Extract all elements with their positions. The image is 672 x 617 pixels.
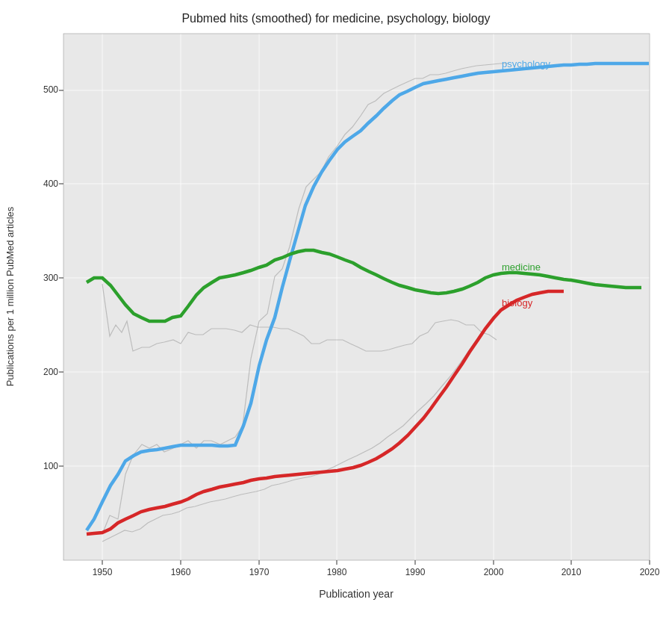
y-tick-200: 200	[43, 367, 58, 377]
psychology-label: psychology	[502, 58, 551, 69]
y-tick-500: 500	[43, 84, 58, 95]
x-tick-1950: 1950	[93, 567, 113, 577]
chart-container: psychology medicine biology 1950 1960 19…	[0, 0, 672, 617]
x-tick-1990: 1990	[405, 567, 426, 577]
plot-background	[63, 34, 650, 560]
x-tick-2020: 2020	[640, 567, 660, 577]
chart-title: Pubmed hits (smoothed) for medicine, psy…	[181, 12, 490, 25]
y-tick-300: 300	[43, 273, 58, 283]
biology-label: biology	[502, 297, 533, 308]
x-tick-1970: 1970	[249, 567, 270, 577]
y-axis-label: Publications per 1 million PubMed articl…	[4, 206, 16, 386]
x-tick-2010: 2010	[561, 567, 582, 577]
x-tick-1980: 1980	[327, 567, 347, 577]
y-tick-100: 100	[43, 461, 58, 471]
x-axis-label: Publication year	[319, 588, 393, 600]
medicine-label: medicine	[502, 261, 541, 273]
y-tick-400: 400	[43, 179, 58, 189]
x-tick-2000: 2000	[484, 567, 504, 577]
x-tick-1960: 1960	[171, 567, 191, 577]
